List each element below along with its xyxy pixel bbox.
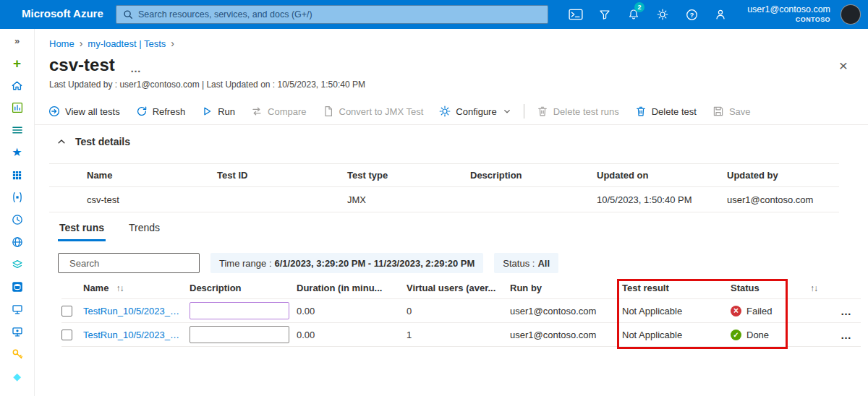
configure-gear-icon bbox=[439, 106, 451, 117]
command-label: Delete test bbox=[652, 106, 697, 117]
dashboard-icon[interactable] bbox=[11, 102, 24, 113]
breadcrumb: Home › my-loadtest | Tests › bbox=[49, 38, 174, 49]
convert-to-jmx-button[interactable]: Convert to JMX Test bbox=[315, 100, 432, 123]
main-content: Home › my-loadtest | Tests › csv-test … … bbox=[35, 29, 868, 396]
view-all-tests-icon bbox=[48, 106, 60, 117]
delete-test-button[interactable]: Delete test bbox=[627, 100, 705, 123]
sort-icon[interactable]: ↑↓ bbox=[116, 283, 123, 293]
tab-test-runs[interactable]: Test runs bbox=[58, 218, 106, 241]
tab-trends[interactable]: Trends bbox=[127, 218, 161, 241]
run-button[interactable]: Run bbox=[193, 100, 243, 123]
chevron-right-icon: › bbox=[80, 38, 83, 49]
global-search-input[interactable] bbox=[138, 9, 541, 20]
svg-text:?: ? bbox=[689, 12, 694, 19]
test-run-link[interactable]: TestRun_10/5/2023_1:... bbox=[83, 306, 190, 317]
delete-test-runs-button[interactable]: Delete test runs bbox=[529, 100, 627, 123]
trash-icon bbox=[635, 106, 647, 117]
virtual-users-value: 1 bbox=[407, 330, 510, 340]
duration-value: 0.00 bbox=[297, 306, 407, 317]
details-header-row: Name Test ID Test type Description Updat… bbox=[49, 163, 839, 187]
avatar[interactable] bbox=[841, 4, 861, 25]
runs-search-box[interactable] bbox=[58, 253, 200, 273]
runs-col-duration: Duration (in minu... bbox=[297, 283, 407, 293]
compare-button[interactable]: Compare bbox=[243, 100, 314, 123]
details-test-type-value: JMX bbox=[347, 194, 470, 205]
runs-col-status: Status bbox=[731, 283, 810, 293]
test-result-value: Not Applicable bbox=[622, 330, 731, 340]
configure-button[interactable]: Configure bbox=[431, 100, 519, 123]
details-col-updated-by: Updated by bbox=[727, 170, 839, 181]
topbar-icons: 2 ? bbox=[561, 0, 735, 29]
azure-diamond-icon[interactable]: ◆ bbox=[11, 371, 24, 382]
resource-groups-icon[interactable] bbox=[11, 191, 24, 203]
test-result-value: Not Applicable bbox=[622, 306, 731, 317]
runs-col-description: Description bbox=[190, 283, 297, 293]
close-icon[interactable]: × bbox=[839, 58, 848, 73]
chevron-down-icon bbox=[503, 107, 511, 116]
recent-clock-icon[interactable] bbox=[11, 214, 24, 225]
favorites-star-icon[interactable]: ★ bbox=[11, 147, 24, 158]
key-vault-icon[interactable] bbox=[11, 348, 24, 360]
app-services-globe-icon[interactable] bbox=[11, 236, 24, 248]
row-checkbox[interactable] bbox=[61, 330, 72, 340]
command-bar-divider bbox=[524, 104, 524, 119]
create-resource-icon[interactable]: + bbox=[11, 57, 24, 69]
refresh-button[interactable]: Refresh bbox=[128, 100, 194, 123]
account-menu[interactable]: user1@contoso.com CONTOSO bbox=[747, 4, 830, 24]
last-updated-text: Last Updated by : user1@contoso.com | La… bbox=[49, 79, 365, 90]
help-icon[interactable]: ? bbox=[677, 0, 706, 29]
chevron-right-icon: › bbox=[171, 38, 174, 49]
sort-icon[interactable]: ↑↓ bbox=[810, 283, 832, 293]
directories-filter-icon[interactable] bbox=[590, 0, 619, 29]
status-cell: Done bbox=[731, 330, 810, 340]
runs-col-name: Name bbox=[83, 283, 109, 293]
status-filter-value: All bbox=[537, 258, 550, 269]
virtual-users-value: 0 bbox=[407, 306, 510, 317]
breadcrumb-home[interactable]: Home bbox=[49, 38, 75, 49]
details-col-test-type: Test type bbox=[347, 170, 470, 181]
load-testing-icon[interactable] bbox=[11, 326, 24, 337]
feedback-icon[interactable] bbox=[706, 0, 735, 29]
topbar: Microsoft Azure 2 bbox=[0, 0, 868, 29]
status-filter-label: Status : bbox=[503, 258, 535, 269]
description-input[interactable] bbox=[190, 302, 289, 319]
storage-layers-icon[interactable] bbox=[11, 259, 24, 270]
table-row: TestRun_10/5/2023_1:... 0.00 0 user1@con… bbox=[61, 299, 861, 323]
test-runs-table: Name ↑↓ Description Duration (in minu...… bbox=[61, 277, 861, 347]
notifications-bell-icon[interactable]: 2 bbox=[619, 0, 648, 29]
account-tenant: CONTOSO bbox=[747, 16, 830, 24]
settings-gear-icon[interactable] bbox=[648, 0, 677, 29]
command-label: Compare bbox=[268, 106, 306, 117]
view-all-tests-button[interactable]: View all tests bbox=[41, 100, 128, 123]
title-more-icon[interactable]: … bbox=[130, 62, 141, 74]
all-services-icon[interactable] bbox=[11, 124, 24, 136]
global-search[interactable] bbox=[116, 5, 548, 24]
test-run-link[interactable]: TestRun_10/5/2023_1:... bbox=[83, 330, 190, 340]
row-checkbox[interactable] bbox=[61, 306, 72, 317]
all-resources-icon[interactable] bbox=[11, 169, 24, 181]
duration-value: 0.00 bbox=[297, 330, 407, 340]
command-label: Save bbox=[729, 106, 751, 117]
sidebar-expand-icon[interactable]: » bbox=[11, 35, 24, 46]
time-range-label: Time range : bbox=[219, 258, 272, 269]
status-filter[interactable]: Status : All bbox=[494, 253, 558, 273]
command-label: Run bbox=[218, 106, 235, 117]
time-range-filter[interactable]: Time range : 6/1/2023, 3:29:20 PM - 11/2… bbox=[210, 253, 483, 273]
run-by-value: user1@contoso.com bbox=[510, 330, 622, 340]
cloud-shell-icon[interactable] bbox=[561, 0, 590, 29]
sql-database-icon[interactable] bbox=[11, 281, 24, 293]
test-details-header[interactable]: Test details bbox=[56, 136, 130, 147]
microsoft-azure-logo[interactable]: Microsoft Azure bbox=[22, 7, 103, 20]
row-more-icon[interactable]: … bbox=[832, 329, 861, 341]
home-icon[interactable] bbox=[11, 79, 24, 91]
command-label: Refresh bbox=[153, 106, 186, 117]
runs-search-input[interactable] bbox=[69, 258, 197, 269]
save-button[interactable]: Save bbox=[705, 100, 759, 123]
virtual-machine-icon[interactable] bbox=[11, 304, 24, 315]
row-more-icon[interactable]: … bbox=[832, 305, 861, 317]
runs-header-row: Name ↑↓ Description Duration (in minu...… bbox=[61, 277, 861, 299]
command-label: View all tests bbox=[65, 106, 120, 117]
description-input[interactable] bbox=[190, 326, 289, 343]
breadcrumb-current[interactable]: my-loadtest | Tests bbox=[88, 38, 166, 49]
details-col-updated-on: Updated on bbox=[597, 170, 727, 181]
